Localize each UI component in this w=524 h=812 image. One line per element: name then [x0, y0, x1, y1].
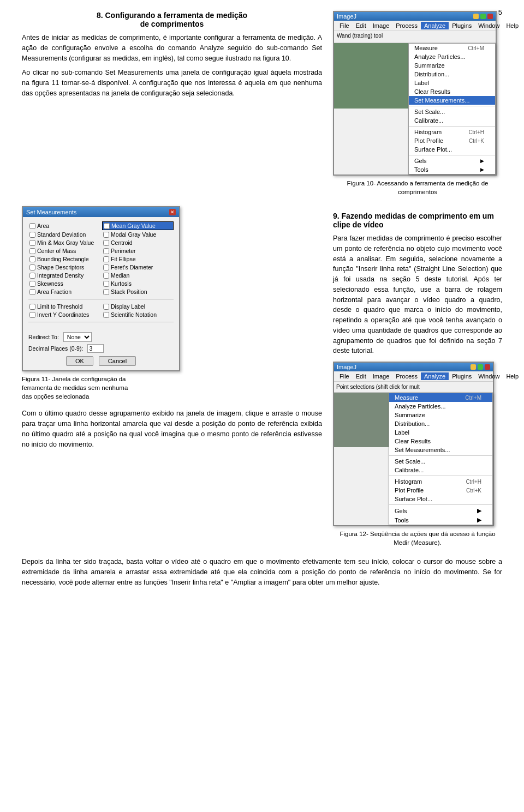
- cb-fit-ellipse-input[interactable]: [103, 256, 109, 262]
- cb-limit-threshold-input[interactable]: [29, 304, 35, 310]
- menu-histogram-2[interactable]: HistogramCtrl+H: [389, 477, 492, 486]
- menu-analyze-particles-2[interactable]: Analyze Particles...: [389, 402, 492, 411]
- decimal-input[interactable]: [87, 344, 104, 353]
- redirect-select[interactable]: None: [63, 332, 92, 342]
- menu-summarize-2[interactable]: Summarize: [389, 411, 492, 419]
- ok-button[interactable]: OK: [66, 356, 93, 366]
- cb-center-mass[interactable]: Center of Mass: [28, 247, 100, 255]
- menu-summarize-1[interactable]: Summarize: [409, 61, 495, 70]
- cb-limit-threshold[interactable]: Limit to Threshold: [28, 303, 100, 310]
- win-close-1[interactable]: [487, 14, 493, 19]
- cb-perimeter-input[interactable]: [103, 248, 109, 254]
- menu-image-1[interactable]: Image: [370, 22, 393, 29]
- cb-min-max[interactable]: Min & Max Gray Value: [28, 239, 100, 246]
- menu-window-2[interactable]: Window: [475, 372, 503, 380]
- imagej-titlebar-2: ImageJ: [334, 363, 493, 371]
- win-close-2[interactable]: [485, 364, 490, 370]
- menu-help-1[interactable]: Help: [503, 22, 522, 29]
- menu-process-1[interactable]: Process: [392, 22, 421, 29]
- menu-surface-plot-1[interactable]: Surface Plot...: [409, 145, 495, 154]
- cb-perimeter[interactable]: Perimeter: [102, 247, 174, 255]
- menu-label-1[interactable]: Label: [409, 79, 495, 87]
- cb-bounding-rect[interactable]: Bounding Rectangle: [28, 255, 100, 263]
- menu-set-measurements-2[interactable]: Set Measurements...: [389, 446, 492, 454]
- cb-center-mass-input[interactable]: [29, 248, 35, 254]
- menu-help-2[interactable]: Help: [503, 372, 522, 380]
- menu-histogram-1[interactable]: HistogramCtrl+H: [409, 128, 495, 136]
- win-minimize-1[interactable]: [473, 14, 479, 19]
- cb-median[interactable]: Median: [102, 272, 174, 279]
- menu-edit-2[interactable]: Edit: [353, 372, 370, 380]
- cb-modal-gray-input[interactable]: [103, 232, 109, 238]
- cb-min-max-input[interactable]: [29, 240, 35, 246]
- cb-stack-position[interactable]: Stack Position: [102, 288, 174, 296]
- cb-std-dev-input[interactable]: [29, 232, 35, 238]
- cb-kurtosis[interactable]: Kurtosis: [102, 280, 174, 287]
- menu-plot-profile-2[interactable]: Plot ProfileCtrl+K: [389, 486, 492, 495]
- menu-calibrate-1[interactable]: Calibrate...: [409, 116, 495, 125]
- cb-skewness-input[interactable]: [29, 281, 35, 287]
- cb-ferets-diam[interactable]: Feret's Diameter: [102, 263, 174, 271]
- menu-surface-plot-2[interactable]: Surface Plot...: [389, 495, 492, 503]
- menu-plot-profile-1[interactable]: Plot ProfileCtrl+K: [409, 136, 495, 145]
- menu-tools-2[interactable]: Tools▶: [389, 515, 492, 525]
- win-minimize-2[interactable]: [471, 364, 476, 370]
- cb-bounding-rect-input[interactable]: [29, 256, 35, 262]
- cb-integrated-density-input[interactable]: [29, 273, 35, 279]
- menu-gels-1[interactable]: Gels▶: [409, 157, 495, 165]
- menu-plugins-2[interactable]: Plugins: [449, 372, 475, 380]
- cb-shape-desc-input[interactable]: [29, 264, 35, 270]
- cb-median-input[interactable]: [103, 273, 109, 279]
- cb-area[interactable]: Area: [28, 221, 100, 230]
- cb-kurtosis-input[interactable]: [103, 281, 109, 287]
- menu-set-measurements-1[interactable]: Set Measurements...: [409, 96, 495, 105]
- cb-shape-desc[interactable]: Shape Descriptors: [28, 263, 100, 271]
- cb-scientific-input[interactable]: [103, 312, 109, 318]
- menu-distribution-1[interactable]: Distribution...: [409, 70, 495, 79]
- menu-distribution-2[interactable]: Distribution...: [389, 419, 492, 428]
- cb-display-label-input[interactable]: [103, 304, 109, 310]
- cb-integrated-density[interactable]: Integrated Density: [28, 272, 100, 279]
- menu-label-2[interactable]: Label: [389, 428, 492, 437]
- menu-calibrate-2[interactable]: Calibrate...: [389, 466, 492, 474]
- cb-stack-position-input[interactable]: [103, 289, 109, 295]
- menu-file-1[interactable]: File: [336, 22, 353, 29]
- cb-skewness[interactable]: Skewness: [28, 280, 100, 287]
- cb-scientific[interactable]: Scientific Notation: [102, 311, 174, 318]
- menu-image-2[interactable]: Image: [370, 372, 393, 380]
- cb-std-dev[interactable]: Standard Deviation: [28, 231, 100, 238]
- cb-area-fraction[interactable]: Area Fraction: [28, 288, 100, 296]
- menu-clear-results-1[interactable]: Clear Results: [409, 87, 495, 96]
- menu-plugins-1[interactable]: Plugins: [449, 22, 475, 29]
- cancel-button[interactable]: Cancel: [99, 356, 136, 366]
- cb-area-input[interactable]: [29, 223, 35, 229]
- menu-edit-1[interactable]: Edit: [353, 22, 370, 29]
- menu-tools-1[interactable]: Tools▶: [409, 165, 495, 174]
- menu-file-2[interactable]: File: [336, 372, 353, 380]
- cb-centroid[interactable]: Centroid: [102, 239, 174, 246]
- menu-window-1[interactable]: Window: [475, 22, 503, 29]
- menu-process-2[interactable]: Process: [392, 372, 421, 380]
- menu-clear-results-2[interactable]: Clear Results: [389, 437, 492, 446]
- menu-analyze-1[interactable]: Analyze: [421, 22, 449, 29]
- cb-modal-gray[interactable]: Modal Gray Value: [102, 231, 174, 238]
- cb-mean-gray-input[interactable]: [104, 223, 110, 229]
- cb-invert-y[interactable]: Invert Y Coordinates: [28, 311, 100, 318]
- cb-centroid-input[interactable]: [103, 240, 109, 246]
- menu-analyze-2[interactable]: Analyze: [421, 372, 449, 380]
- cb-invert-y-input[interactable]: [29, 312, 35, 318]
- menu-measure-2[interactable]: MeasureCtrl+M: [389, 393, 492, 402]
- cb-area-fraction-input[interactable]: [29, 289, 35, 295]
- menu-set-scale-1[interactable]: Set Scale...: [409, 107, 495, 116]
- menu-set-scale-2[interactable]: Set Scale...: [389, 457, 492, 466]
- win-maximize-1[interactable]: [480, 14, 486, 19]
- cb-mean-gray[interactable]: Mean Gray Value: [102, 221, 174, 230]
- menu-analyze-particles-1[interactable]: Analyze Particles...: [409, 52, 495, 61]
- menu-gels-2[interactable]: Gels▶: [389, 506, 492, 515]
- cb-display-label[interactable]: Display Label: [102, 303, 174, 310]
- set-measurements-close[interactable]: ✕: [169, 209, 176, 215]
- cb-fit-ellipse[interactable]: Fit Ellipse: [102, 255, 174, 263]
- win-maximize-2[interactable]: [478, 364, 483, 370]
- menu-measure-1[interactable]: MeasureCtrl+M: [409, 44, 495, 52]
- cb-ferets-diam-input[interactable]: [103, 264, 109, 270]
